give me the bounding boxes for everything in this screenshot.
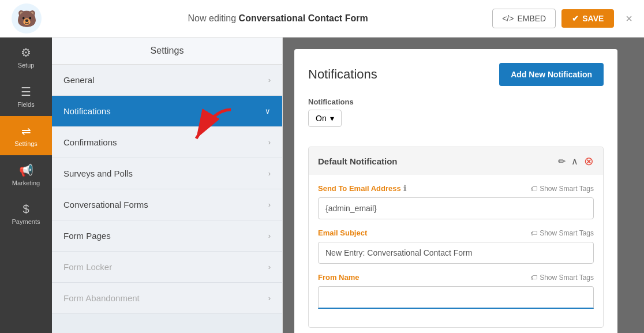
- top-bar: 🐻 Now editing Conversational Contact For…: [0, 0, 644, 38]
- payments-icon: $: [23, 203, 29, 216]
- close-button[interactable]: ×: [626, 12, 632, 25]
- menu-label-surveys-polls: Surveys and Polls: [63, 169, 133, 178]
- from-name-header: From Name 🏷 Show Smart Tags: [318, 273, 594, 282]
- send-to-email-label: Send To Email Address ℹ: [318, 184, 406, 193]
- marketing-icon: 📢: [19, 163, 33, 177]
- settings-sidebar: Settings General › Notifications ∨ Confi…: [52, 38, 283, 333]
- chevron-icon-confirmations: ›: [268, 138, 271, 147]
- tag-icon-from-name: 🏷: [530, 274, 537, 282]
- form-name: Conversational Contact Form: [239, 13, 368, 23]
- chevron-icon-form-locker: ›: [268, 263, 271, 271]
- notification-header: Default Notification ✏ ∧ ⊗: [309, 147, 603, 175]
- nav-item-setup[interactable]: ⚙ Setup: [0, 38, 52, 77]
- nav-label-fields: Fields: [17, 101, 34, 108]
- collapse-notification-button[interactable]: ∧: [571, 156, 578, 167]
- email-subject-row: Email Subject 🏷 Show Smart Tags: [318, 229, 594, 264]
- setup-icon: ⚙: [21, 46, 31, 59]
- chevron-icon-conv-forms: ›: [268, 200, 271, 209]
- panel-title: Notifications: [308, 67, 377, 82]
- menu-item-general[interactable]: General ›: [52, 65, 282, 96]
- show-smart-tags-from-name[interactable]: 🏷 Show Smart Tags: [530, 274, 594, 282]
- from-name-input[interactable]: [318, 286, 594, 309]
- menu-item-confirmations[interactable]: Confirmations ›: [52, 127, 282, 158]
- chevron-icon-notifications: ∨: [265, 107, 271, 115]
- nav-label-payments: Payments: [12, 218, 40, 225]
- menu-item-form-pages[interactable]: Form Pages ›: [52, 220, 282, 252]
- form-title-area: Now editing Conversational Contact Form: [63, 13, 492, 24]
- add-notification-button[interactable]: Add New Notification: [499, 63, 604, 86]
- check-icon: ✔: [572, 14, 579, 23]
- nav-item-settings[interactable]: ⇌ Settings: [0, 116, 52, 155]
- send-to-email-input[interactable]: [318, 197, 594, 219]
- delete-notification-button[interactable]: ⊗: [584, 154, 594, 168]
- main-layout: ⚙ Setup ☰ Fields ⇌ Settings 📢 Marketing …: [0, 38, 644, 333]
- menu-item-form-locker: Form Locker ›: [52, 252, 282, 283]
- menu-label-confirmations: Confirmations: [63, 137, 117, 147]
- menu-label-conversational-forms: Conversational Forms: [63, 200, 148, 209]
- save-label: SAVE: [582, 14, 604, 23]
- from-name-row: From Name 🏷 Show Smart Tags: [318, 273, 594, 309]
- top-actions: </> EMBED ✔ SAVE ×: [492, 9, 632, 28]
- menu-item-notifications[interactable]: Notifications ∨: [52, 96, 282, 127]
- send-to-email-header: Send To Email Address ℹ 🏷 Show Smart Tag…: [318, 184, 594, 193]
- nav-item-marketing[interactable]: 📢 Marketing: [0, 155, 52, 194]
- panel-header: Notifications Add New Notification: [308, 63, 604, 86]
- settings-header: Settings: [52, 38, 282, 65]
- content-area: Notifications Add New Notification Notif…: [283, 38, 644, 333]
- settings-icon: ⇌: [21, 124, 31, 138]
- help-icon-email: ℹ: [403, 184, 406, 193]
- send-to-email-row: Send To Email Address ℹ 🏷 Show Smart Tag…: [318, 184, 594, 219]
- logo-icon: 🐻: [12, 3, 42, 33]
- notification-title: Default Notification: [318, 156, 398, 166]
- tag-icon-subject: 🏷: [530, 229, 537, 237]
- notification-body: Send To Email Address ℹ 🏷 Show Smart Tag…: [309, 175, 603, 327]
- menu-item-conversational-forms[interactable]: Conversational Forms ›: [52, 189, 282, 220]
- show-smart-tags-email[interactable]: 🏷 Show Smart Tags: [530, 185, 594, 193]
- nav-label-setup: Setup: [18, 62, 35, 69]
- nav-item-payments[interactable]: $ Payments: [0, 194, 52, 233]
- menu-label-general: General: [63, 75, 94, 85]
- notifications-status-select[interactable]: On ▾: [308, 110, 342, 127]
- menu-item-surveys-polls[interactable]: Surveys and Polls ›: [52, 158, 282, 189]
- embed-button[interactable]: </> EMBED: [492, 9, 556, 28]
- nav-label-settings: Settings: [14, 140, 38, 147]
- nav-item-fields[interactable]: ☰ Fields: [0, 77, 52, 116]
- tag-icon-email: 🏷: [530, 185, 537, 193]
- embed-label: EMBED: [517, 14, 546, 23]
- email-subject-header: Email Subject 🏷 Show Smart Tags: [318, 229, 594, 237]
- fields-icon: ☰: [21, 85, 31, 99]
- status-value: On: [316, 114, 327, 123]
- logo-area: 🐻: [12, 3, 63, 33]
- editing-prefix: Now editing: [188, 13, 239, 23]
- menu-label-form-pages: Form Pages: [63, 231, 111, 241]
- notifications-status-row: Notifications On ▾: [308, 98, 604, 137]
- notifications-field-label: Notifications: [308, 98, 604, 106]
- notifications-panel: Notifications Add New Notification Notif…: [294, 49, 617, 333]
- email-subject-input[interactable]: [318, 242, 594, 264]
- default-notification-block: Default Notification ✏ ∧ ⊗ Send To Email…: [308, 147, 604, 328]
- settings-menu: General › Notifications ∨ Confirmations …: [52, 65, 282, 333]
- email-subject-label: Email Subject: [318, 229, 367, 237]
- menu-label-form-locker: Form Locker: [63, 262, 112, 272]
- chevron-icon-form-abandonment: ›: [268, 294, 271, 302]
- menu-label-form-abandonment: Form Abandonment: [63, 293, 140, 303]
- save-button[interactable]: ✔ SAVE: [561, 9, 614, 28]
- from-name-label: From Name: [318, 273, 360, 282]
- menu-item-form-abandonment: Form Abandonment ›: [52, 283, 282, 314]
- notification-actions: ✏ ∧ ⊗: [558, 154, 594, 168]
- embed-icon: </>: [502, 14, 514, 23]
- chevron-down-icon: ▾: [330, 114, 334, 123]
- chevron-icon-form-pages: ›: [268, 231, 271, 240]
- menu-label-notifications: Notifications: [63, 106, 111, 116]
- chevron-icon-general: ›: [268, 76, 271, 84]
- chevron-icon-surveys: ›: [268, 169, 271, 178]
- show-smart-tags-subject[interactable]: 🏷 Show Smart Tags: [530, 229, 594, 237]
- icon-nav: ⚙ Setup ☰ Fields ⇌ Settings 📢 Marketing …: [0, 38, 52, 333]
- edit-notification-button[interactable]: ✏: [558, 156, 566, 167]
- nav-label-marketing: Marketing: [12, 179, 40, 186]
